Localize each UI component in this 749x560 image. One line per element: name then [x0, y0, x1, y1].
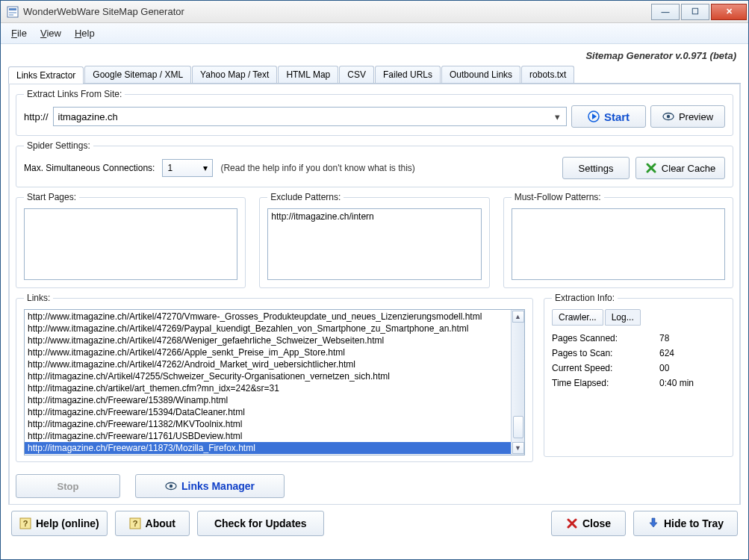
start-pages-group: Start Pages: — [16, 192, 246, 288]
url-input[interactable]: itmagazine.ch ▾ — [53, 107, 567, 126]
list-item[interactable]: http://www.itmagazine.ch/Artikel/47266/A… — [25, 346, 511, 358]
stop-button[interactable]: Stop — [16, 474, 120, 498]
exclude-patterns-input[interactable]: http://itmagazine.ch/intern — [267, 208, 481, 280]
svg-rect-2 — [9, 12, 16, 13]
tab-strip: Links ExtractorGoogle Sitemap / XMLYahoo… — [8, 66, 741, 84]
bottom-bar: ? Help (online) ? About Check for Update… — [8, 505, 741, 539]
svg-point-7 — [667, 115, 670, 118]
start-pages-legend: Start Pages: — [24, 192, 79, 202]
hide-to-tray-button[interactable]: Hide to Tray — [633, 511, 738, 536]
list-item[interactable]: http://itmagazine.ch/Freeware/15394/Data… — [25, 406, 511, 418]
must-follow-legend: Must-Follow Patterns: — [512, 192, 604, 202]
close-window-button[interactable]: ✕ — [711, 4, 747, 20]
start-button[interactable]: Start — [571, 105, 646, 128]
clear-cache-button[interactable]: Clear Cache — [635, 157, 725, 179]
menu-view[interactable]: View — [40, 28, 61, 39]
exclude-patterns-legend: Exclude Patterns: — [267, 192, 344, 202]
maximize-button[interactable]: ☐ — [681, 4, 709, 20]
x-icon — [645, 162, 657, 174]
spider-group: Spider Settings: Max. Simultaneous Conne… — [16, 140, 733, 187]
max-conn-label: Max. Simultaneous Connections: — [24, 163, 155, 173]
links-legend: Links: — [24, 293, 53, 303]
list-item[interactable]: http://itmagazine.ch/Freeware/11873/Mozi… — [25, 442, 511, 454]
window-title: WonderWebWare SiteMap Generator — [23, 6, 184, 17]
menu-help[interactable]: Help — [75, 28, 95, 39]
x-icon — [566, 517, 578, 529]
list-item[interactable]: http://itmagazine.ch/artikel/art_themen.… — [25, 382, 511, 394]
list-item[interactable]: http://www.itmagazine.ch/Artikel/47268/W… — [25, 335, 511, 346]
tab-body-links-extractor: Extract Links From Site: http:// itmagaz… — [9, 84, 740, 505]
info-value: 624 — [659, 348, 725, 358]
must-follow-group: Must-Follow Patterns: — [503, 192, 733, 288]
exclude-patterns-group: Exclude Patterns: http://itmagazine.ch/i… — [259, 192, 489, 288]
tab-log[interactable]: Log... — [605, 309, 641, 326]
extract-group: Extract Links From Site: http:// itmagaz… — [16, 89, 733, 136]
list-item[interactable]: http://itmagazine.ch/Freeware/11382/MKVT… — [25, 418, 511, 430]
play-icon — [588, 111, 600, 122]
extract-legend: Extract Links From Site: — [24, 89, 125, 99]
list-item[interactable]: http://itmagazine.ch/Freeware/11761/USBD… — [25, 430, 511, 442]
links-listbox[interactable]: http://www.itmagazine.ch/Artikel/47270/V… — [24, 309, 525, 455]
tab-failed-urls[interactable]: Failed URLs — [375, 66, 441, 83]
info-key: Pages to Scan: — [552, 348, 649, 358]
info-grid: Pages Scanned:78Pages to Scan:624Current… — [552, 333, 725, 388]
url-value: itmagazine.ch — [58, 111, 118, 122]
settings-button[interactable]: Settings — [562, 157, 630, 179]
list-item[interactable]: http://www.itmagazine.ch/Artikel/47270/V… — [25, 311, 511, 323]
svg-marker-5 — [592, 113, 597, 119]
version-label: Sitemap Generator v.0.971 (beta) — [8, 44, 741, 64]
tab-google-sitemap-xml[interactable]: Google Sitemap / XML — [84, 66, 191, 83]
chevron-down-icon: ▾ — [203, 163, 208, 173]
tab-robots-txt[interactable]: robots.txt — [521, 66, 574, 83]
start-pages-input[interactable] — [24, 208, 237, 280]
help-online-button[interactable]: ? Help (online) — [11, 511, 108, 536]
list-item[interactable]: http://itmagazine.ch/Artikel/47255/Schwe… — [25, 370, 511, 382]
svg-text:?: ? — [23, 519, 28, 528]
close-button[interactable]: Close — [551, 511, 626, 536]
menu-file[interactable]: File — [11, 28, 27, 39]
menu-bar: File View Help — [1, 23, 748, 44]
info-key: Current Speed: — [552, 363, 649, 373]
check-updates-button[interactable]: Check for Updates — [197, 511, 324, 536]
scrollbar[interactable]: ▲ ▼ — [511, 310, 524, 455]
scroll-up-icon[interactable]: ▲ — [512, 311, 524, 323]
preview-button[interactable]: Preview — [650, 105, 725, 128]
about-button[interactable]: ? About — [115, 511, 190, 536]
protocol-label: http:// — [24, 111, 49, 122]
scroll-thumb[interactable] — [513, 416, 523, 438]
info-value: 78 — [659, 333, 725, 343]
spider-legend: Spider Settings: — [24, 140, 93, 151]
list-item[interactable]: http://www.itmagazine.ch/Artikel/47262/A… — [25, 358, 511, 370]
svg-rect-1 — [9, 8, 16, 10]
tab-yahoo-map-text[interactable]: Yahoo Map / Text — [192, 66, 277, 83]
list-item[interactable]: http://itmagazine.ch/Freeware/15389/Wina… — [25, 394, 511, 406]
list-item[interactable]: http://www.itmagazine.ch/Artikel/47269/P… — [25, 323, 511, 335]
info-key: Pages Scanned: — [552, 333, 649, 343]
minimize-button[interactable]: — — [651, 4, 680, 20]
tab-csv[interactable]: CSV — [339, 66, 374, 83]
extraction-info-group: Extraction Info: Crawler... Log... Pages… — [544, 293, 733, 457]
tab-crawler[interactable]: Crawler... — [552, 309, 603, 326]
svg-rect-3 — [9, 14, 13, 16]
tab-outbound-links[interactable]: Outbound Links — [441, 66, 520, 83]
scroll-down-icon[interactable]: ▼ — [512, 442, 524, 454]
info-value: 00 — [659, 363, 725, 373]
links-group: Links: http://www.itmagazine.ch/Artikel/… — [16, 293, 533, 462]
eye-icon — [165, 480, 177, 492]
extraction-info-legend: Extraction Info: — [552, 293, 618, 303]
tab-html-map[interactable]: HTML Map — [278, 66, 338, 83]
help-icon: ? — [19, 517, 31, 529]
eye-icon — [662, 111, 674, 122]
info-key: Time Elapsed: — [552, 378, 649, 388]
info-value: 0:40 min — [659, 378, 725, 388]
chevron-down-icon[interactable]: ▾ — [551, 111, 563, 122]
tray-icon — [647, 517, 659, 529]
help-icon: ? — [129, 517, 141, 529]
links-manager-button[interactable]: Links Manager — [135, 474, 285, 498]
svg-text:?: ? — [132, 519, 137, 528]
spider-note: (Read the help info if you don't know wh… — [220, 163, 414, 173]
max-conn-select[interactable]: 1 ▾ — [162, 159, 213, 177]
tab-links-extractor[interactable]: Links Extractor — [8, 66, 84, 84]
must-follow-input[interactable] — [512, 208, 725, 280]
titlebar: WonderWebWare SiteMap Generator — ☐ ✕ — [1, 1, 748, 23]
